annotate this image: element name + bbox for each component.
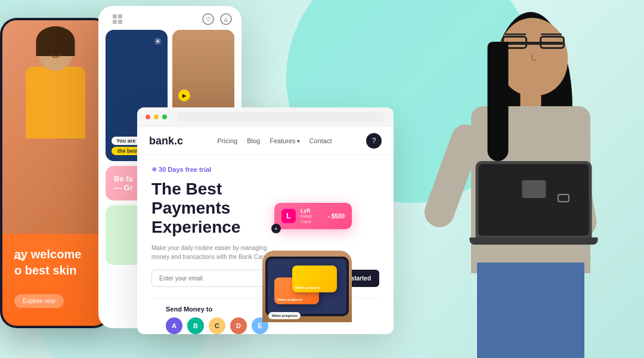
lyft-card: L Lyft Debit Card - $500 <box>274 203 352 229</box>
hero-desc: Make your daily routine easier by managi… <box>151 243 271 261</box>
close-dot <box>145 115 150 119</box>
woman-figure <box>429 12 632 358</box>
woman-torso <box>26 67 85 138</box>
plus-icon: + <box>271 224 281 233</box>
watch <box>558 194 569 202</box>
eyebrow-right <box>541 33 562 35</box>
nav-pricing[interactable]: Pricing <box>218 137 238 144</box>
avatar-b[interactable]: B <box>187 317 204 334</box>
phone-left-text: ay welcome o best skin <box>14 246 81 278</box>
url-bar[interactable] <box>177 112 385 122</box>
nav-cta-button[interactable]: ? <box>366 133 382 149</box>
nav-logo: bank.c <box>149 135 183 147</box>
woman-hair <box>36 26 75 56</box>
nose <box>531 55 536 61</box>
glasses-right <box>540 36 565 49</box>
laptop-screen-inner <box>479 164 589 236</box>
card2-label: Make progress <box>295 286 320 289</box>
lyft-amount: - $500 <box>328 213 345 220</box>
welcome-text: ay welcome o best skin <box>14 246 81 278</box>
eyebrow-left <box>505 33 526 35</box>
laptop-base <box>470 237 598 245</box>
chevron-down-icon: ▾ <box>297 138 300 144</box>
nav-links: Pricing Blog Features ▾ Contact <box>218 137 332 144</box>
home-icon[interactable]: ⌂ <box>220 13 232 25</box>
lyft-name: Lyft <box>301 208 323 214</box>
trial-badge: ✳ 30 Days free trial <box>151 166 379 174</box>
nav-contact[interactable]: Contact <box>309 137 332 144</box>
jeans <box>477 263 584 358</box>
phone-left: ay welcome o best skin 〜 Explore now <box>0 18 110 328</box>
phone-statusbar: ♡ ⌂ <box>98 6 242 30</box>
snowflake-icon: ✳ <box>154 36 162 47</box>
avatar-d[interactable]: D <box>230 317 247 334</box>
avatar-c[interactable]: C <box>209 317 225 334</box>
nav-features[interactable]: Features ▾ <box>270 137 299 144</box>
make-progress-badge: Make progress <box>268 312 301 319</box>
laptop-screen-panel <box>476 161 592 239</box>
phone-woman-image <box>2 20 108 234</box>
card1-label: Make progress <box>277 298 302 301</box>
woman-head <box>499 18 568 95</box>
hair-left <box>488 42 509 161</box>
laptop-logo <box>522 180 546 198</box>
browser-nav: bank.c Pricing Blog Features ▾ Contact ? <box>137 127 394 155</box>
avatar-a[interactable]: A <box>166 317 182 334</box>
nav-blog[interactable]: Blog <box>247 137 260 144</box>
minimize-dot <box>154 115 159 119</box>
explore-now-button[interactable]: Explore now <box>14 294 64 308</box>
maximize-dot <box>162 115 167 119</box>
lyft-info: Lyft Debit Card <box>301 208 323 224</box>
payment-card-2: Make progress <box>292 266 337 292</box>
hand-phone: Make progress Make progress Make progres… <box>262 227 370 322</box>
grid-icon-area <box>108 14 122 24</box>
woman-section <box>411 0 644 358</box>
card-overlay: L Lyft Debit Card - $500 + Make progress… <box>262 203 382 322</box>
lyft-sub: Debit Card <box>301 214 323 224</box>
browser-bar <box>137 107 394 127</box>
heart-icon[interactable]: ♡ <box>202 13 214 25</box>
play-button[interactable]: ▶ <box>178 90 190 101</box>
grid-icon <box>113 14 122 24</box>
lyft-logo: L <box>281 209 296 223</box>
